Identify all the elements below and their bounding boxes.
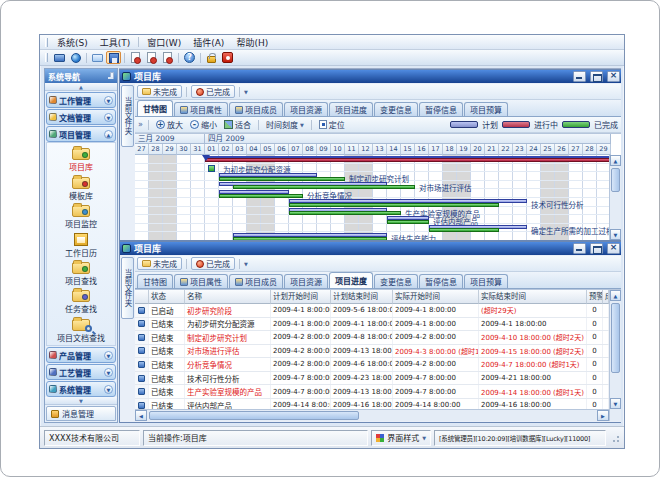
tab-6[interactable]: 变更信息: [374, 274, 418, 288]
filter-incomplete-button[interactable]: 未完成: [137, 85, 182, 98]
chevron-down-icon[interactable]: ▼: [104, 351, 113, 360]
restore-button[interactable]: [590, 243, 603, 254]
table-vertical-scrollbar[interactable]: ▲▼: [609, 290, 621, 421]
scroll-right-arrow[interactable]: ▶: [597, 410, 609, 421]
tool-locate-button[interactable]: 定位: [317, 119, 347, 130]
open-folder-icon[interactable]: [90, 51, 105, 64]
filter-completed-button[interactable]: 已完成: [191, 85, 235, 98]
gantt-bar-summary-progress[interactable]: [205, 158, 611, 162]
tool-zoom-out-button[interactable]: -缩小: [188, 119, 219, 130]
table-row-1[interactable]: 已启动初步研究阶段2009-4-1 8:00:002009-5-6 18:00:…: [135, 304, 609, 318]
report-edit-icon[interactable]: [144, 51, 159, 64]
gantt-vertical-scrollbar[interactable]: ▲▼: [609, 155, 621, 240]
sidebar-item-4[interactable]: 工作日历: [47, 231, 115, 259]
tab-5[interactable]: 项目进度: [329, 272, 373, 288]
tab-5[interactable]: 项目进度: [329, 102, 373, 116]
column-header[interactable]: [135, 290, 149, 304]
scroll-thumb[interactable]: [149, 411, 359, 420]
menu-item-3[interactable]: 窗口(W): [141, 35, 187, 50]
filter-completed-button[interactable]: 已完成: [191, 257, 235, 270]
lock-icon[interactable]: [204, 51, 219, 64]
tab-4[interactable]: 项目资源: [284, 102, 328, 116]
chevron-down-icon[interactable]: ▼: [244, 89, 248, 95]
sidebar-item-1[interactable]: 项目库: [47, 146, 115, 174]
scroll-thumb[interactable]: [611, 303, 620, 373]
column-header-1[interactable]: 状态: [149, 290, 185, 304]
tab-3[interactable]: 项目成员: [229, 274, 283, 288]
column-header-6[interactable]: 实际结束时间: [479, 290, 587, 304]
column-header-3[interactable]: 计划开始时间: [271, 290, 331, 304]
gantt-bar-actual[interactable]: [219, 194, 303, 198]
sidebar-group-4[interactable]: 工艺管理▼: [46, 364, 116, 380]
table-row-4[interactable]: 已结束对市场进行评估2009-4-2 8:00:002009-4-13 18:0…: [135, 345, 609, 359]
gantt-bar-actual[interactable]: [289, 203, 499, 207]
globe-icon[interactable]: [68, 51, 83, 64]
tab-7[interactable]: 暂停信息: [419, 102, 463, 116]
close-button[interactable]: [607, 71, 620, 82]
table-row-6[interactable]: 已结束技术可行性分析2009-4-7 8:00:002009-4-23 18:0…: [135, 372, 609, 386]
close-button[interactable]: [607, 243, 620, 254]
minimize-button[interactable]: [573, 243, 586, 254]
tab-6[interactable]: 变更信息: [374, 102, 418, 116]
chevron-down-icon[interactable]: ▼: [104, 96, 113, 105]
scroll-left-arrow[interactable]: ◀: [135, 410, 147, 421]
column-header-5[interactable]: 实际开始时间: [393, 290, 479, 304]
column-header-4[interactable]: 计划结束时间: [331, 290, 393, 304]
sidebar-tab-messages[interactable]: 消息管理: [46, 406, 116, 421]
chevron-down-icon[interactable]: ▼: [104, 368, 113, 377]
chevron-down-icon[interactable]: ▼: [244, 261, 248, 267]
scroll-up-arrow[interactable]: ▲: [610, 290, 621, 301]
gantt-bar-actual[interactable]: [233, 237, 387, 240]
gantt-bar-actual[interactable]: [429, 228, 499, 232]
interface-style-button[interactable]: 界面样式▼: [371, 430, 431, 446]
exit-icon[interactable]: [220, 51, 235, 64]
menu-item-5[interactable]: 帮助(H): [230, 35, 274, 50]
sidebar-item-3[interactable]: 项目监控: [47, 203, 115, 231]
current-folder-tab[interactable]: 当前文件夹: [121, 85, 134, 147]
tab-2[interactable]: 项目属性: [174, 102, 228, 116]
gantt-bar-actual[interactable]: [233, 185, 415, 189]
pushpin-icon[interactable]: [107, 72, 114, 80]
minimize-button[interactable]: [573, 71, 586, 82]
tab-1[interactable]: 甘特图: [137, 274, 173, 288]
table-row-2[interactable]: 已结束为初步研究分配资源2009-4-1 8:00:002009-4-1 18:…: [135, 318, 609, 332]
sidebar-group-5[interactable]: 系统管理▼: [46, 381, 116, 397]
sidebar-group-2[interactable]: 项目管理▲: [46, 126, 116, 142]
chevron-down-icon[interactable]: ▼: [104, 113, 113, 122]
tool-zoom-in-button[interactable]: +放大: [154, 119, 185, 130]
table-horizontal-scrollbar[interactable]: ◀▶: [135, 409, 609, 421]
menu-item-2[interactable]: 工具(T): [94, 35, 137, 50]
tab-1[interactable]: 甘特图: [137, 100, 173, 116]
help-icon[interactable]: ?: [182, 51, 197, 64]
sidebar-item-5[interactable]: 项目查找: [47, 260, 115, 288]
sidebar-item-6[interactable]: 任务查找: [47, 288, 115, 316]
overflow-chevron-icon[interactable]: »: [138, 120, 143, 129]
gantt-milestone[interactable]: [208, 165, 215, 172]
table-row-5[interactable]: 已结束分析竞争情况2009-4-2 8:00:002009-4-6 18:00:…: [135, 358, 609, 372]
gantt-bar-actual[interactable]: [289, 211, 401, 215]
tab-2[interactable]: 项目属性: [174, 274, 228, 288]
sidebar-overflow-icon[interactable]: ▼: [45, 397, 117, 405]
table-titlebar[interactable]: 项目库: [120, 242, 621, 255]
table-row-3[interactable]: 已结束制定初步研究计划2009-4-2 8:00:002009-4-8 18:0…: [135, 331, 609, 345]
sidebar-collapse-icon[interactable]: ▲: [45, 83, 117, 91]
table-row-7[interactable]: 已结束生产实验室规模的产品2009-4-7 8:00:002009-4-13 1…: [135, 385, 609, 399]
resize-grip[interactable]: [610, 433, 620, 443]
scroll-thumb[interactable]: [611, 168, 620, 192]
computer-icon[interactable]: [52, 51, 67, 64]
scroll-down-arrow[interactable]: ▼: [610, 398, 621, 409]
filter-incomplete-button[interactable]: 未完成: [137, 257, 182, 270]
column-header-7[interactable]: 预警: [587, 290, 603, 304]
restore-button[interactable]: [590, 71, 603, 82]
column-header-2[interactable]: 名称: [185, 290, 271, 304]
gantt-bar-actual[interactable]: [387, 220, 429, 224]
report-new-icon[interactable]: [128, 51, 143, 64]
tab-7[interactable]: 暂停信息: [419, 274, 463, 288]
tab-3[interactable]: 项目成员: [229, 102, 283, 116]
tab-8[interactable]: 项目预算: [464, 102, 508, 116]
tab-8[interactable]: 项目预算: [464, 274, 508, 288]
menu-item-4[interactable]: 插件(A): [187, 35, 230, 50]
current-folder-tab[interactable]: 当前文件夹: [121, 257, 134, 319]
report-delete-icon[interactable]: [160, 51, 175, 64]
tool-time-scale-button[interactable]: 时间刻度▼: [264, 119, 306, 130]
